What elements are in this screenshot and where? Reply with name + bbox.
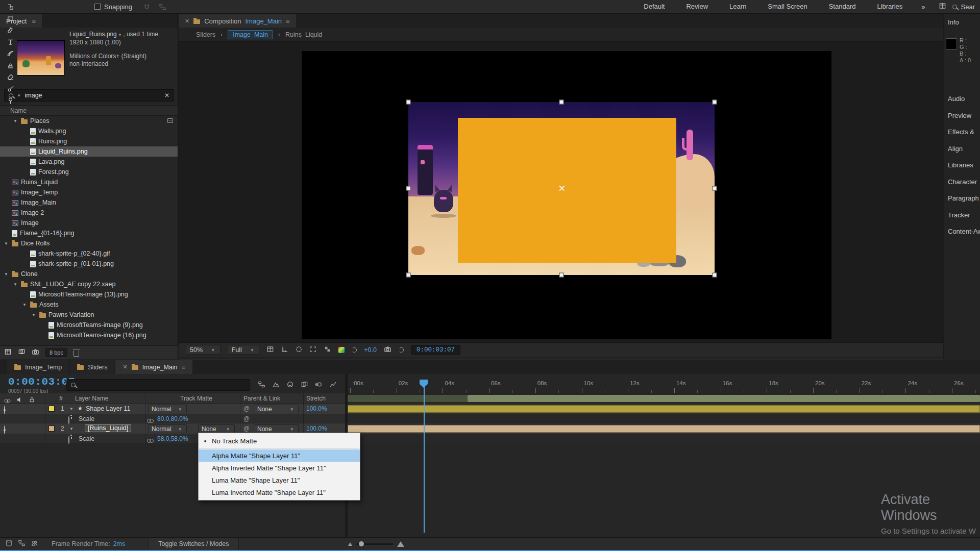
- layer-name[interactable]: Shape Layer 11: [86, 405, 130, 412]
- project-item-pawns-variation[interactable]: ▼Pawns Variation: [0, 310, 178, 320]
- twirl-down-icon[interactable]: ▼: [12, 282, 18, 287]
- panel-paragraph[interactable]: Paragraph: [948, 194, 979, 202]
- timeline-zoom-slider[interactable]: [356, 543, 393, 545]
- collaboration-icon[interactable]: [31, 539, 38, 548]
- composition-tab[interactable]: ✕ Composition Image_Main ≡: [179, 14, 296, 28]
- constrain-link-icon[interactable]: [147, 419, 154, 423]
- project-item-shark-sprite-p-01-01-png[interactable]: shark-sprite-p_{01-01}.png: [0, 259, 178, 269]
- grid-options-icon[interactable]: [266, 345, 274, 355]
- scale-value[interactable]: 80.0,80.0%: [157, 415, 188, 422]
- parent-pick-whip-icon[interactable]: @: [243, 405, 250, 412]
- workspace-default[interactable]: Default: [633, 0, 675, 13]
- show-snapshot-icon[interactable]: [399, 347, 404, 353]
- frame-blending-icon[interactable]: [301, 381, 308, 390]
- region-of-interest-icon[interactable]: [309, 345, 317, 355]
- tool-clone-stamp-icon[interactable]: [4, 60, 17, 71]
- project-item-walls-png[interactable]: Walls.png: [0, 126, 178, 136]
- twirl-down-icon[interactable]: ▼: [69, 407, 74, 411]
- tool-roto-brush-icon[interactable]: [4, 83, 17, 95]
- project-item-microsoftteams-image-16-png[interactable]: MicrosoftTeams-image (16).png: [0, 330, 178, 340]
- timeline-search-box[interactable]: [66, 379, 250, 391]
- menu-item-no-track-matte[interactable]: ●No Track Matte: [199, 435, 360, 447]
- column-number[interactable]: #: [59, 395, 63, 402]
- layer-color-swatch[interactable]: [48, 425, 55, 432]
- project-item-microsoftteams-image-9-png[interactable]: MicrosoftTeams-image (9).png: [0, 320, 178, 330]
- chevron-down-icon[interactable]: ▾: [119, 32, 121, 37]
- selection-handle-top-center[interactable]: [559, 100, 564, 105]
- project-item-image-temp[interactable]: Image_Temp: [0, 187, 178, 197]
- snapshot-camera-icon[interactable]: [384, 345, 391, 355]
- work-area-bar[interactable]: [468, 395, 980, 402]
- search-options-chevron-icon[interactable]: ▾: [18, 93, 20, 98]
- flowchart-icon[interactable]: [18, 539, 26, 548]
- toggle-switches-modes-button[interactable]: Toggle Switches / Modes: [149, 538, 238, 550]
- selection-handle-bottom-center[interactable]: [559, 273, 564, 278]
- interpret-footage-icon[interactable]: [4, 348, 12, 357]
- project-item-dice-rolls[interactable]: ▼Dice Rolls: [0, 238, 178, 248]
- project-item-clone[interactable]: ▼Clone: [0, 269, 178, 279]
- timeline-tab-sliders[interactable]: Sliders: [70, 360, 114, 374]
- selection-handle-top-right[interactable]: [713, 100, 717, 105]
- property-name[interactable]: Scale: [79, 415, 94, 422]
- transparency-grid-icon[interactable]: [324, 345, 331, 355]
- workspace-overflow-chevrons[interactable]: »: [914, 3, 932, 11]
- layer-name-editing[interactable]: [Ruins_Liquid]: [85, 424, 131, 432]
- selection-handle-bottom-right[interactable]: [713, 273, 717, 278]
- property-name[interactable]: Scale: [79, 435, 94, 442]
- project-item-liquid-ruins-png[interactable]: Liquid_Ruins.png: [0, 146, 178, 157]
- motion-blur-icon[interactable]: [315, 381, 323, 390]
- project-item-ruins-png[interactable]: Ruins.png: [0, 136, 178, 146]
- panel-info[interactable]: Info: [948, 18, 959, 26]
- timeline-search-input[interactable]: [79, 381, 246, 389]
- workspace-grid-icon[interactable]: [939, 2, 946, 11]
- project-item-image-2[interactable]: Image 2: [0, 208, 178, 218]
- selection-handle-bottom-left[interactable]: [406, 273, 411, 278]
- viewer-timecode[interactable]: 0:00:03:07: [411, 345, 460, 355]
- help-search[interactable]: Sear: [952, 3, 976, 11]
- rulers-icon[interactable]: [281, 345, 288, 355]
- exposure-value[interactable]: +0.0: [364, 346, 377, 354]
- menu-item-luma-matte-shape-layer-11[interactable]: Luma Matte "Shape Layer 11": [199, 474, 360, 486]
- timeline-tab-image-temp[interactable]: Image_Temp: [7, 360, 69, 374]
- workspace-libraries[interactable]: Libraries: [866, 0, 913, 13]
- eye-visibility-toggle[interactable]: [4, 425, 5, 434]
- twirl-down-icon[interactable]: ▼: [3, 241, 9, 246]
- scale-value[interactable]: 58.0,58.0%: [157, 435, 188, 442]
- new-folder-icon[interactable]: [18, 348, 26, 357]
- project-item-microsoftteams-image-13-png[interactable]: MicrosoftTeams-image (13).png: [0, 289, 178, 299]
- selection-handle-top-left[interactable]: [406, 100, 411, 105]
- time-ruler[interactable]: :00s02s04s06s08s10s12s14s16s18s20s22s24s…: [348, 374, 980, 393]
- current-timecode[interactable]: 0:00:03:07: [8, 376, 75, 388]
- project-item-ruins-liquid[interactable]: Ruins_Liquid: [0, 177, 178, 187]
- close-tab-icon[interactable]: ✕: [122, 364, 127, 370]
- workspace-learn[interactable]: Learn: [719, 0, 757, 13]
- color-management-icon[interactable]: [338, 347, 345, 353]
- property-pick-whip-icon[interactable]: @: [243, 415, 250, 422]
- panel-menu-icon[interactable]: ≡: [286, 17, 290, 25]
- stretch-value[interactable]: 100.0%: [306, 425, 327, 432]
- render-queue-icon[interactable]: [5, 539, 13, 548]
- parent-select[interactable]: None▾: [254, 424, 299, 433]
- project-item-snl-ludo-ae-copy-22-xaep[interactable]: ▼SNL_LUDO_AE copy 22.xaep: [0, 279, 178, 289]
- blend-mode-select[interactable]: Normal▾: [148, 424, 187, 433]
- tool-pen-icon[interactable]: [4, 24, 17, 36]
- stopwatch-icon[interactable]: [68, 416, 69, 424]
- stopwatch-icon[interactable]: [68, 436, 69, 444]
- zoom-out-mountain-icon[interactable]: [348, 542, 352, 546]
- project-item-assets[interactable]: ▼Assets: [0, 299, 178, 310]
- project-item-lava-png[interactable]: Lava.png: [0, 157, 178, 167]
- layer-anchor-point[interactable]: [558, 185, 565, 192]
- clear-search-icon[interactable]: ✕: [164, 92, 169, 99]
- panel-libraries[interactable]: Libraries: [948, 161, 973, 169]
- zoom-in-mountain-icon[interactable]: [397, 541, 404, 547]
- panel-align[interactable]: Align: [948, 145, 963, 153]
- panel-character[interactable]: Character: [948, 178, 977, 186]
- tool-rectangle-icon[interactable]: [4, 13, 17, 24]
- close-tab-icon[interactable]: ✕: [185, 18, 189, 24]
- layer-color-swatch[interactable]: [48, 406, 55, 412]
- column-track-matte[interactable]: Track Matte: [180, 395, 212, 402]
- current-time-indicator-line[interactable]: [424, 380, 425, 533]
- layer-row-ruins-liquid[interactable]: 2 ▼ [Ruins_Liquid] Normal▾ None▾ @ None▾…: [0, 423, 980, 434]
- selection-handle-middle-right[interactable]: [713, 186, 717, 191]
- twirl-down-icon[interactable]: ▼: [31, 313, 37, 317]
